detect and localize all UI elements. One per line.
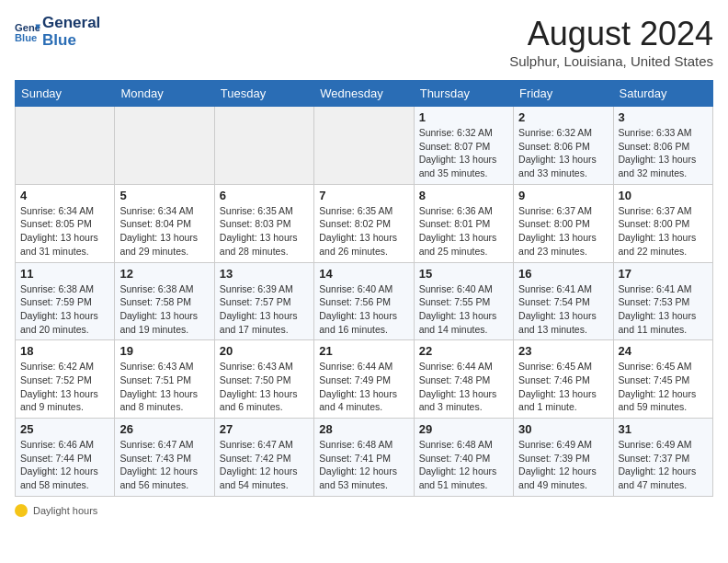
day-info: Sunrise: 6:44 AMSunset: 7:49 PMDaylight:… — [319, 360, 408, 414]
table-row: 6Sunrise: 6:35 AMSunset: 8:03 PMDaylight… — [214, 184, 313, 262]
day-info: Sunrise: 6:35 AMSunset: 8:02 PMDaylight:… — [319, 204, 408, 259]
day-info: Sunrise: 6:43 AMSunset: 7:50 PMDaylight:… — [220, 360, 309, 414]
day-info: Sunrise: 6:36 AMSunset: 8:01 PMDaylight:… — [419, 204, 508, 259]
table-row: 31Sunrise: 6:49 AMSunset: 7:37 PMDayligh… — [613, 419, 712, 497]
day-number: 22 — [419, 344, 508, 358]
day-number: 7 — [319, 189, 408, 202]
day-info: Sunrise: 6:39 AMSunset: 7:57 PMDaylight:… — [220, 282, 309, 337]
table-row: 7Sunrise: 6:35 AMSunset: 8:02 PMDaylight… — [314, 184, 414, 262]
day-number: 23 — [518, 344, 608, 358]
day-number: 10 — [619, 189, 708, 202]
table-row — [16, 107, 115, 185]
table-row: 18Sunrise: 6:42 AMSunset: 7:52 PMDayligh… — [16, 340, 115, 419]
logo-icon: General Blue — [15, 19, 40, 45]
logo-text-line2: Blue — [42, 32, 100, 50]
page-header: General Blue General Blue August 2024 Su… — [15, 15, 713, 69]
day-info: Sunrise: 6:45 AMSunset: 7:46 PMDaylight:… — [518, 360, 608, 414]
calendar-week-row: 11Sunrise: 6:38 AMSunset: 7:59 PMDayligh… — [16, 262, 713, 340]
table-row: 14Sunrise: 6:40 AMSunset: 7:56 PMDayligh… — [314, 262, 414, 340]
day-info: Sunrise: 6:47 AMSunset: 7:43 PMDaylight:… — [119, 438, 209, 492]
table-row: 27Sunrise: 6:47 AMSunset: 7:42 PMDayligh… — [214, 419, 313, 497]
table-row: 9Sunrise: 6:37 AMSunset: 8:00 PMDaylight… — [514, 184, 613, 262]
day-info: Sunrise: 6:43 AMSunset: 7:51 PMDaylight:… — [119, 360, 209, 414]
table-row: 16Sunrise: 6:41 AMSunset: 7:54 PMDayligh… — [514, 262, 613, 340]
day-info: Sunrise: 6:41 AMSunset: 7:54 PMDaylight:… — [518, 282, 608, 337]
day-number: 21 — [319, 344, 408, 358]
day-number: 2 — [518, 110, 608, 124]
col-wednesday: Wednesday — [314, 81, 414, 107]
calendar-week-row: 1Sunrise: 6:32 AMSunset: 8:07 PMDaylight… — [16, 107, 713, 185]
day-info: Sunrise: 6:42 AMSunset: 7:52 PMDaylight:… — [20, 360, 109, 414]
table-row — [314, 107, 414, 185]
day-info: Sunrise: 6:33 AMSunset: 8:06 PMDaylight:… — [619, 126, 708, 180]
table-row: 15Sunrise: 6:40 AMSunset: 7:55 PMDayligh… — [414, 262, 513, 340]
day-info: Sunrise: 6:40 AMSunset: 7:55 PMDaylight:… — [419, 282, 508, 337]
title-block: August 2024 Sulphur, Louisiana, United S… — [509, 15, 713, 69]
calendar-table: Sunday Monday Tuesday Wednesday Thursday… — [15, 80, 713, 497]
table-row: 26Sunrise: 6:47 AMSunset: 7:43 PMDayligh… — [115, 419, 214, 497]
day-number: 31 — [619, 422, 708, 436]
day-info: Sunrise: 6:49 AMSunset: 7:37 PMDaylight:… — [619, 438, 708, 492]
day-number: 19 — [119, 344, 209, 358]
table-row: 23Sunrise: 6:45 AMSunset: 7:46 PMDayligh… — [514, 340, 613, 419]
day-info: Sunrise: 6:47 AMSunset: 7:42 PMDaylight:… — [220, 438, 309, 492]
day-info: Sunrise: 6:37 AMSunset: 8:00 PMDaylight:… — [619, 204, 708, 259]
table-row: 21Sunrise: 6:44 AMSunset: 7:49 PMDayligh… — [314, 340, 414, 419]
day-number: 25 — [20, 422, 109, 436]
day-info: Sunrise: 6:34 AMSunset: 8:05 PMDaylight:… — [20, 204, 109, 259]
day-number: 15 — [419, 267, 508, 281]
col-saturday: Saturday — [613, 81, 712, 107]
location-subtitle: Sulphur, Louisiana, United States — [509, 53, 713, 69]
table-row: 2Sunrise: 6:32 AMSunset: 8:06 PMDaylight… — [514, 107, 613, 185]
logo-text-line1: General — [42, 15, 100, 32]
sun-icon — [15, 504, 28, 517]
table-row: 12Sunrise: 6:38 AMSunset: 7:58 PMDayligh… — [115, 262, 214, 340]
day-number: 12 — [119, 267, 209, 281]
col-monday: Monday — [115, 81, 214, 107]
day-info: Sunrise: 6:38 AMSunset: 7:58 PMDaylight:… — [119, 282, 209, 337]
table-row — [115, 107, 214, 185]
day-info: Sunrise: 6:34 AMSunset: 8:04 PMDaylight:… — [119, 204, 209, 259]
table-row: 11Sunrise: 6:38 AMSunset: 7:59 PMDayligh… — [16, 262, 115, 340]
day-number: 4 — [20, 189, 109, 202]
day-number: 8 — [419, 189, 508, 202]
day-number: 26 — [119, 422, 209, 436]
daylight-label: Daylight hours — [33, 505, 97, 516]
day-info: Sunrise: 6:41 AMSunset: 7:53 PMDaylight:… — [619, 282, 708, 337]
table-row: 19Sunrise: 6:43 AMSunset: 7:51 PMDayligh… — [115, 340, 214, 419]
day-number: 16 — [518, 267, 608, 281]
table-row: 22Sunrise: 6:44 AMSunset: 7:48 PMDayligh… — [414, 340, 513, 419]
day-number: 27 — [220, 422, 309, 436]
day-info: Sunrise: 6:37 AMSunset: 8:00 PMDaylight:… — [518, 204, 608, 259]
day-number: 6 — [220, 189, 309, 202]
day-number: 9 — [518, 189, 608, 202]
day-info: Sunrise: 6:32 AMSunset: 8:06 PMDaylight:… — [518, 126, 608, 180]
table-row: 8Sunrise: 6:36 AMSunset: 8:01 PMDaylight… — [414, 184, 513, 262]
day-info: Sunrise: 6:44 AMSunset: 7:48 PMDaylight:… — [419, 360, 508, 414]
table-row: 5Sunrise: 6:34 AMSunset: 8:04 PMDaylight… — [115, 184, 214, 262]
day-number: 20 — [220, 344, 309, 358]
day-info: Sunrise: 6:38 AMSunset: 7:59 PMDaylight:… — [20, 282, 109, 337]
day-number: 30 — [518, 422, 608, 436]
day-number: 29 — [419, 422, 508, 436]
day-number: 14 — [319, 267, 408, 281]
day-info: Sunrise: 6:45 AMSunset: 7:45 PMDaylight:… — [619, 360, 708, 414]
day-number: 11 — [20, 267, 109, 281]
day-info: Sunrise: 6:40 AMSunset: 7:56 PMDaylight:… — [319, 282, 408, 337]
day-number: 24 — [619, 344, 708, 358]
day-info: Sunrise: 6:32 AMSunset: 8:07 PMDaylight:… — [419, 126, 508, 180]
day-number: 5 — [119, 189, 209, 202]
col-sunday: Sunday — [16, 81, 115, 107]
day-number: 3 — [619, 110, 708, 124]
day-info: Sunrise: 6:49 AMSunset: 7:39 PMDaylight:… — [518, 438, 608, 492]
day-number: 1 — [419, 110, 508, 124]
day-number: 17 — [619, 267, 708, 281]
day-info: Sunrise: 6:35 AMSunset: 8:03 PMDaylight:… — [220, 204, 309, 259]
col-tuesday: Tuesday — [214, 81, 313, 107]
table-row — [214, 107, 313, 185]
table-row: 13Sunrise: 6:39 AMSunset: 7:57 PMDayligh… — [214, 262, 313, 340]
table-row: 4Sunrise: 6:34 AMSunset: 8:05 PMDaylight… — [16, 184, 115, 262]
calendar-week-row: 18Sunrise: 6:42 AMSunset: 7:52 PMDayligh… — [16, 340, 713, 419]
table-row: 20Sunrise: 6:43 AMSunset: 7:50 PMDayligh… — [214, 340, 313, 419]
footer-note: Daylight hours — [15, 504, 713, 517]
